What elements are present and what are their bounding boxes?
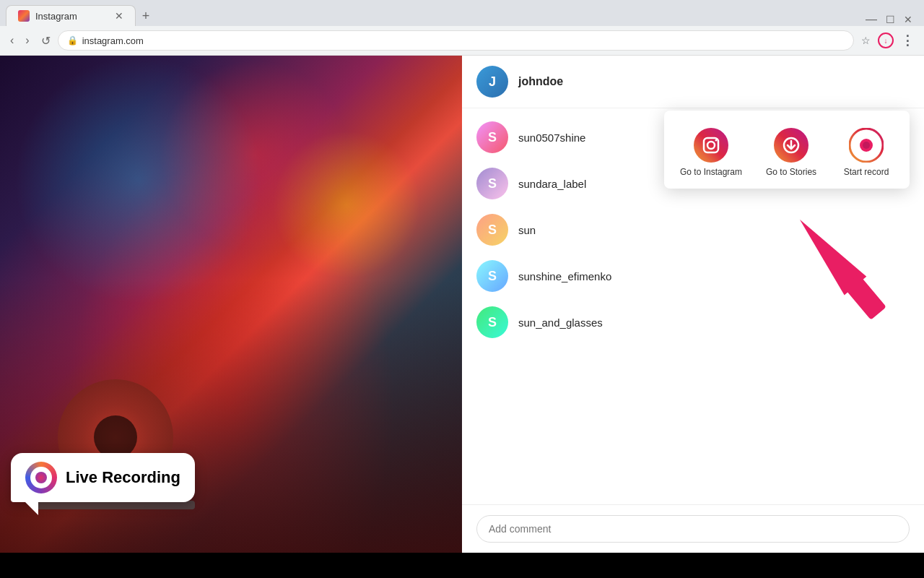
bookmark-button[interactable]: ☆ xyxy=(857,32,875,49)
user-header: J johndoe xyxy=(462,56,924,108)
maximize-button[interactable]: ☐ xyxy=(886,14,895,25)
follower-name: sun_and_glasses xyxy=(518,316,603,329)
record-icon xyxy=(849,128,884,163)
follower-avatar: S xyxy=(476,168,508,199)
video-panel: Live Recording xyxy=(0,56,462,553)
popup-label-stories: Go to Stories xyxy=(766,167,816,177)
tab-close-button[interactable]: ✕ xyxy=(115,10,123,22)
new-tab-button[interactable]: + xyxy=(136,6,156,26)
stories-icon xyxy=(774,128,808,163)
follower-avatar: S xyxy=(476,214,508,246)
follower-name: sun xyxy=(518,224,536,236)
username: johndoe xyxy=(518,75,563,88)
user-avatar: J xyxy=(476,66,508,98)
instagram-icon xyxy=(694,128,728,163)
popup-menu: Go to Instagram xyxy=(664,111,910,189)
back-button[interactable]: ‹ xyxy=(6,31,18,50)
list-item[interactable]: S sun xyxy=(462,207,924,253)
popup-label-record: Start record xyxy=(844,167,889,177)
follower-name: sunshine_efimenko xyxy=(518,270,611,282)
list-item[interactable]: S sun_and_glasses xyxy=(462,299,924,345)
main-content: Live Recording J johndoe S sun0507shine … xyxy=(0,56,924,553)
address-bar[interactable]: 🔒 instagram.com xyxy=(58,30,854,51)
browser-chrome: Instagram ✕ + — ☐ ✕ ‹ › ↺ 🔒 instagram.co… xyxy=(0,0,924,56)
close-button[interactable]: ✕ xyxy=(904,14,912,25)
tab-title: Instagram xyxy=(35,11,77,22)
svg-point-3 xyxy=(715,139,718,142)
follower-name: sundara_label xyxy=(518,178,586,190)
avatar-johndoe: J xyxy=(476,66,508,98)
browser-menu-button[interactable]: ⋮ xyxy=(897,30,918,51)
follower-avatar: S xyxy=(476,306,508,338)
popup-label-instagram: Go to Instagram xyxy=(680,167,742,177)
live-recording-badge: Live Recording xyxy=(11,453,195,502)
live-recording-label: Live Recording xyxy=(66,468,180,487)
tab-favicon xyxy=(18,10,30,22)
url-text: instagram.com xyxy=(82,35,845,46)
follower-avatar: S xyxy=(476,260,508,292)
refresh-button[interactable]: ↺ xyxy=(37,31,55,51)
popup-item-stories[interactable]: Go to Stories xyxy=(755,122,827,183)
download-icon[interactable]: ↓ xyxy=(878,33,894,48)
active-tab[interactable]: Instagram ✕ xyxy=(6,5,136,26)
list-item[interactable]: S sunshine_efimenko xyxy=(462,253,924,299)
svg-point-0 xyxy=(694,128,728,163)
comment-input[interactable] xyxy=(476,515,910,543)
popup-item-record[interactable]: Start record xyxy=(830,122,902,183)
follower-avatar: S xyxy=(476,121,508,153)
tab-bar: Instagram ✕ + — ☐ ✕ xyxy=(0,0,924,26)
minimize-button[interactable]: — xyxy=(866,13,877,26)
nav-bar: ‹ › ↺ 🔒 instagram.com ☆ ↓ ⋮ xyxy=(0,26,924,55)
forward-button[interactable]: › xyxy=(21,31,33,50)
svg-point-10 xyxy=(863,142,870,149)
popup-item-instagram[interactable]: Go to Instagram xyxy=(670,122,752,183)
live-recording-icon xyxy=(25,462,57,493)
lock-icon: 🔒 xyxy=(67,35,78,46)
follower-name: sun0507shine xyxy=(518,131,585,144)
comment-area xyxy=(462,504,924,553)
